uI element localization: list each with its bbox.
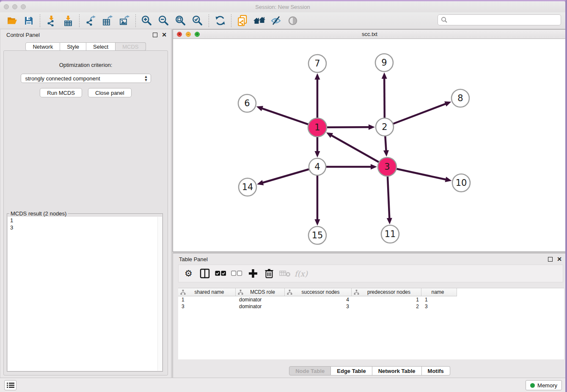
function-builder-button[interactable]: f(x) — [295, 268, 307, 279]
graph-edge-arrow — [315, 73, 320, 80]
export-network-icon — [85, 15, 96, 26]
graph-node-label: 11 — [385, 229, 396, 239]
status-bar: Memory — [0, 378, 565, 392]
select-all-button[interactable] — [215, 268, 226, 279]
delete-column-button[interactable] — [263, 268, 275, 279]
optimization-criterion-select[interactable]: strongly connected component ▲▼ — [21, 74, 151, 83]
cell-mcds-role: dominator — [236, 296, 285, 303]
tab-network[interactable]: Network — [25, 42, 60, 51]
show-view-button[interactable] — [285, 14, 302, 28]
optimization-criterion-label: Optimization criterion: — [4, 62, 168, 68]
column-header-name[interactable]: name — [421, 288, 457, 296]
search-input[interactable] — [448, 16, 561, 24]
open-session-button[interactable] — [3, 14, 20, 28]
show-all-button[interactable] — [251, 14, 268, 28]
table-settings-button[interactable]: ⚙ — [183, 268, 194, 279]
graph-edge[interactable] — [384, 77, 385, 119]
zoom-selected-button[interactable] — [189, 14, 206, 28]
node-table: shared name MCDS role successor nodes pr… — [178, 288, 564, 359]
control-panel-tabs: Network Style Select MCDS — [0, 42, 171, 51]
graph-node-label: 8 — [457, 93, 463, 103]
table-row[interactable]: 3 dominator 3 2 3 — [178, 303, 564, 310]
table-header-row: shared name MCDS role successor nodes pr… — [178, 288, 564, 296]
apply-layout-button[interactable] — [212, 14, 228, 28]
result-scrollbar[interactable] — [157, 217, 162, 371]
cell-successor-nodes: 3 — [285, 303, 352, 310]
delete-table-button[interactable] — [279, 268, 291, 279]
export-table-button[interactable] — [99, 14, 116, 28]
zoom-in-button[interactable] — [138, 14, 155, 28]
new-network-from-selection-button[interactable] — [234, 14, 251, 28]
search-icon — [440, 16, 448, 24]
column-header-predecessor-nodes[interactable]: predecessor nodes — [352, 288, 421, 296]
memory-button[interactable]: Memory — [526, 380, 562, 390]
homes-icon — [253, 15, 266, 26]
hide-selected-button[interactable] — [268, 14, 285, 28]
graph-edge-arrow — [445, 177, 451, 182]
table-panel: Table Panel ✕ ⚙ — [173, 253, 567, 379]
fx-icon: f(x) — [295, 269, 308, 278]
import-table-button[interactable] — [60, 14, 77, 28]
tab-edge-table[interactable]: Edge Table — [331, 366, 372, 375]
attribute-icon — [180, 290, 186, 295]
graph-edge[interactable] — [326, 127, 370, 127]
float-panel-icon[interactable] — [548, 257, 553, 262]
tab-mcds[interactable]: MCDS — [116, 42, 146, 51]
graph-edge-arrow — [315, 219, 320, 226]
mcds-result-title: MCDS result (2 nodes) — [9, 210, 68, 217]
memory-status-icon — [530, 383, 535, 388]
deselect-all-button[interactable] — [231, 268, 242, 279]
add-column-button[interactable] — [247, 268, 259, 279]
task-history-button[interactable] — [4, 380, 17, 390]
workspace: Control Panel ✕ Network Style Select MCD… — [0, 29, 565, 379]
column-header-mcds-role[interactable]: MCDS role — [236, 288, 285, 296]
save-session-button[interactable] — [20, 14, 37, 28]
column-view-button[interactable] — [199, 268, 210, 279]
unchecked-boxes-icon — [231, 271, 242, 276]
graph-edge[interactable] — [261, 169, 310, 183]
copy-network-icon — [237, 15, 248, 27]
graph-edge-arrow — [444, 101, 451, 106]
delete-table-icon — [279, 270, 291, 277]
tab-network-table[interactable]: Network Table — [372, 366, 422, 375]
export-image-icon — [119, 15, 130, 26]
graph-edge[interactable] — [261, 108, 309, 124]
tab-motifs[interactable]: Motifs — [422, 366, 450, 375]
graph-edge[interactable] — [385, 135, 386, 152]
export-image-button[interactable] — [116, 14, 133, 28]
network-canvas[interactable]: 7968124314101511 — [173, 39, 566, 251]
column-header-successor-nodes[interactable]: successor nodes — [285, 288, 352, 296]
column-header-shared-name[interactable]: shared name — [178, 288, 236, 296]
graph-edge-arrow — [369, 124, 375, 130]
attribute-icon — [238, 290, 243, 295]
network-view-frame: ✕ − + scc.txt 7968124314101511 — [173, 29, 567, 252]
table-row[interactable]: 1 dominator 4 1 1 — [178, 296, 564, 303]
cell-name: 3 — [421, 303, 457, 310]
cell-successor-nodes: 4 — [285, 296, 352, 303]
close-panel-icon[interactable]: ✕ — [557, 257, 562, 262]
cell-mcds-role: dominator — [236, 303, 285, 310]
graph-edge[interactable] — [392, 103, 447, 124]
graph-node-label: 7 — [314, 58, 320, 69]
mcds-result-group: MCDS result (2 nodes) 1 3 — [7, 210, 163, 372]
run-mcds-button[interactable]: Run MCDS — [40, 88, 82, 97]
graph-edge[interactable] — [396, 168, 447, 180]
control-panel: Control Panel ✕ Network Style Select MCD… — [0, 29, 171, 379]
mcds-result-list[interactable]: 1 3 — [8, 217, 162, 371]
close-panel-button[interactable]: Close panel — [88, 88, 132, 97]
mcds-tab-content: Optimization criterion: strongly connect… — [3, 50, 168, 375]
graph-edge[interactable] — [388, 175, 390, 220]
graph-edge[interactable] — [330, 135, 380, 163]
close-panel-icon[interactable]: ✕ — [162, 33, 167, 37]
tab-node-table[interactable]: Node Table — [289, 366, 331, 375]
tab-select[interactable]: Select — [86, 42, 116, 51]
fit-content-button[interactable] — [172, 14, 189, 28]
graph-node-label: 2 — [382, 122, 387, 132]
export-network-button[interactable] — [82, 14, 99, 28]
table-toolbar: ⚙ — [178, 265, 563, 282]
tab-style[interactable]: Style — [60, 42, 86, 51]
float-panel-icon[interactable] — [153, 33, 157, 37]
toolbar-separator — [231, 14, 231, 27]
import-network-button[interactable] — [43, 14, 60, 28]
zoom-out-button[interactable] — [155, 14, 172, 28]
